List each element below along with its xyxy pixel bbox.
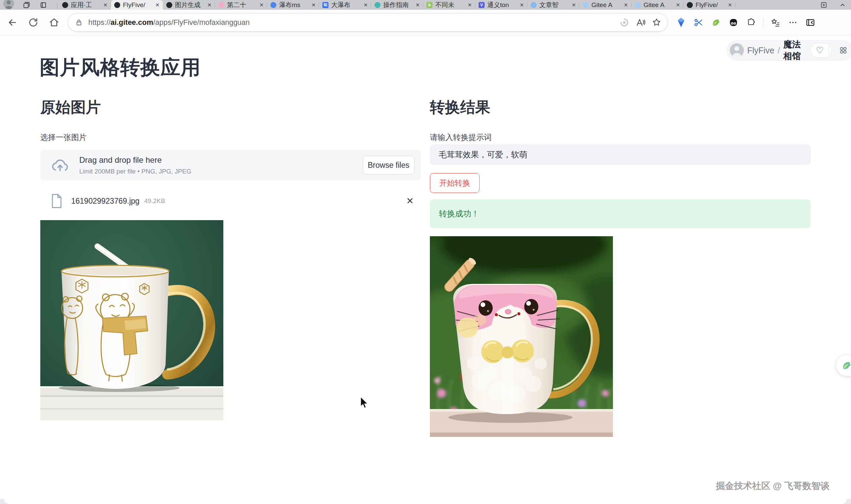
- browser-tab[interactable]: 文章智 ✕: [527, 0, 579, 10]
- workspaces-icon[interactable]: [22, 1, 31, 10]
- app-badge[interactable]: FlyFive / 魔法相馆 ♡ 0: [727, 40, 851, 60]
- tab-favicon-icon: [114, 2, 120, 8]
- tab-close-icon[interactable]: ✕: [155, 2, 159, 8]
- back-icon: [7, 17, 18, 28]
- tab-close-icon[interactable]: ✕: [728, 2, 732, 8]
- original-heading: 原始图片: [40, 97, 101, 118]
- sidebar-panel-button[interactable]: [803, 15, 818, 30]
- back-button[interactable]: [2, 13, 23, 33]
- tab-close-icon[interactable]: ✕: [572, 2, 576, 8]
- extensions-menu-button[interactable]: [744, 15, 758, 30]
- tab-title: 第二十: [227, 1, 257, 10]
- app-name[interactable]: 魔法相馆: [783, 39, 805, 62]
- tab-favicon-icon: b: [427, 2, 433, 8]
- success-alert: 转换成功！: [430, 199, 811, 228]
- read-aloud-icon: [636, 17, 645, 28]
- tab-close-icon[interactable]: ✕: [624, 2, 628, 8]
- tab-close-icon[interactable]: ✕: [311, 2, 316, 8]
- browser-profile-avatar[interactable]: [3, 0, 14, 9]
- tab-actions-icon[interactable]: [39, 1, 48, 10]
- tab-favicon-icon: V: [479, 2, 485, 8]
- divider: [57, 3, 57, 9]
- translate-icon: [619, 17, 629, 28]
- extension-drop-button[interactable]: [674, 15, 689, 30]
- tab-favicon-icon: [635, 2, 641, 8]
- browser-tab[interactable]: 知 大瀑布 ✕: [319, 0, 371, 10]
- read-aloud-button[interactable]: [632, 14, 648, 31]
- browser-tab[interactable]: FlyFive/ ✕: [683, 0, 735, 10]
- puzzle-icon: [746, 17, 756, 28]
- tab-close-icon[interactable]: ✕: [415, 2, 420, 8]
- tab-title: 文章智: [539, 1, 569, 10]
- footer-watermark: 掘金技术社区 @ 飞哥数智谈: [716, 480, 830, 492]
- new-tab-icon[interactable]: [820, 1, 828, 9]
- browser-tab[interactable]: b 不同未 ✕: [423, 0, 475, 10]
- extension-bird-button[interactable]: [709, 15, 723, 30]
- divider: [763, 17, 763, 28]
- dropzone-texts: Drag and drop file here Limit 200MB per …: [79, 155, 191, 175]
- convert-button[interactable]: 开始转换: [430, 173, 480, 193]
- scissors-icon: [694, 17, 704, 28]
- browser-tab[interactable]: 第二十 ✕: [215, 0, 267, 10]
- blue-drop-icon: [677, 17, 685, 28]
- tab-close-icon[interactable]: ✕: [207, 2, 212, 8]
- tab-favicon-icon: [166, 2, 172, 8]
- url-path: /apps/FlyFive/mofaxiangguan: [153, 18, 249, 26]
- web-page: FlyFive / 魔法相馆 ♡ 0 图片风格转换应用 原始图片 选择一张图片: [0, 36, 851, 504]
- badge-separator: /: [778, 46, 780, 55]
- tab-title: 应用·工: [71, 1, 100, 10]
- tab-close-icon[interactable]: ✕: [259, 2, 264, 8]
- floating-extension-pill[interactable]: [836, 355, 851, 376]
- tab-favicon-icon: 知: [323, 2, 328, 8]
- reload-icon: [28, 17, 39, 28]
- translate-button[interactable]: [616, 14, 632, 31]
- favorite-button[interactable]: [648, 14, 665, 31]
- tab-title: 操作指南: [383, 1, 413, 10]
- tab-title: FlyFive/: [123, 1, 153, 9]
- apps-grid-icon[interactable]: [839, 46, 848, 55]
- tab-favicon-icon: [531, 2, 537, 8]
- tab-close-icon[interactable]: ✕: [520, 2, 524, 8]
- browse-files-button[interactable]: Browse files: [363, 156, 414, 175]
- file-name: 1619029923769.jpg: [71, 197, 139, 206]
- browser-tab[interactable]: V 通义ton ✕: [475, 0, 527, 10]
- extension-panda-button[interactable]: [726, 15, 741, 30]
- home-button[interactable]: [44, 13, 65, 33]
- result-heading: 转换结果: [430, 97, 490, 118]
- tab-title: 大瀑布: [331, 1, 361, 10]
- browser-tab[interactable]: 图片生成 ✕: [163, 0, 215, 10]
- tab-close-icon[interactable]: ✕: [103, 2, 107, 8]
- dropzone-hint: Limit 200MB per file • PNG, JPG, JPEG: [79, 168, 191, 175]
- browser-tab[interactable]: 操作指南 ✕: [371, 0, 423, 10]
- home-icon: [49, 17, 59, 28]
- remove-file-button[interactable]: ✕: [406, 196, 414, 206]
- browser-tab[interactable]: 应用·工 ✕: [59, 0, 111, 10]
- url-bar[interactable]: https://ai.gitee.com/apps/FlyFive/mofaxi…: [68, 14, 667, 32]
- collections-button[interactable]: [768, 15, 783, 30]
- tab-favicon-icon: [583, 2, 589, 8]
- file-size: 49.2KB: [144, 197, 165, 205]
- tab-title: 图片生成: [175, 1, 205, 10]
- green-bird-icon: [711, 17, 721, 28]
- heart-icon[interactable]: ♡: [811, 43, 829, 57]
- browser-tab[interactable]: FlyFive/ ✕: [111, 0, 163, 10]
- browser-tab[interactable]: 瀑布ms ✕: [267, 0, 319, 10]
- more-menu-button[interactable]: [785, 15, 800, 30]
- tab-title: 瀑布ms: [279, 1, 309, 10]
- browser-tab[interactable]: Gitee A ✕: [631, 0, 683, 10]
- tab-title: 不同未: [435, 1, 465, 10]
- tab-title: FlyFive/: [695, 1, 725, 9]
- file-icon: [50, 193, 63, 209]
- tab-close-icon[interactable]: ✕: [363, 2, 368, 8]
- browser-tab[interactable]: Gitee A ✕: [579, 0, 631, 10]
- prompt-input[interactable]: [430, 144, 811, 165]
- tab-close-icon[interactable]: ✕: [676, 2, 680, 8]
- file-dropzone[interactable]: Drag and drop file here Limit 200MB per …: [40, 150, 421, 181]
- collections-star-icon: [770, 17, 780, 28]
- extension-scissors-button[interactable]: [691, 15, 706, 30]
- tab-strip-right: [820, 0, 851, 10]
- tab-close-icon[interactable]: ✕: [468, 2, 472, 8]
- chevron-up-icon[interactable]: [839, 1, 846, 9]
- reload-button[interactable]: [23, 13, 44, 33]
- app-owner-name[interactable]: FlyFive: [747, 46, 775, 55]
